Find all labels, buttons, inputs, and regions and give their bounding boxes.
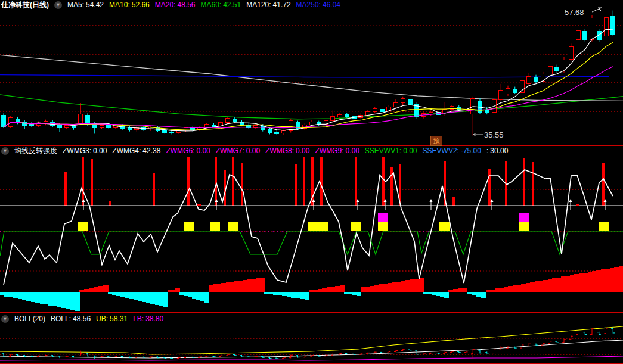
boll-candles xyxy=(2,327,615,359)
ma5-label: MA5: xyxy=(67,1,84,9)
ma5-line xyxy=(4,29,613,131)
ma5-value: 54.42 xyxy=(86,1,104,9)
ma250-value: 46.04 xyxy=(323,1,340,9)
yellow-signal-block xyxy=(318,222,328,231)
ma120-value: 41.72 xyxy=(273,1,291,9)
green-indicator-line xyxy=(0,231,623,256)
ssevwv2-label: SSEVWV2: xyxy=(423,147,459,155)
red-tick xyxy=(576,204,579,206)
zwmg3-label: ZWMG3: xyxy=(63,147,91,155)
indicator-title: 均线反转强度 xyxy=(14,146,57,156)
scale-value: 30.00 xyxy=(490,147,508,155)
yellow-signal-block xyxy=(210,222,220,231)
ma250-line xyxy=(0,75,609,78)
low-price-annotation: 35.55 xyxy=(484,130,504,139)
zwmg7-label: ZWMG7: xyxy=(216,147,244,155)
yellow-signal-block xyxy=(308,222,318,231)
boll-title: BOLL(20) xyxy=(14,315,45,323)
ma10-label: MA10: xyxy=(109,1,130,9)
zwmg4-value: 42.38 xyxy=(142,147,160,155)
zwmg6-label: ZWMG6: xyxy=(166,147,194,155)
ma20-value: 48.56 xyxy=(177,1,195,9)
top-panel-header: 仕净科技(日线) ▼ MA5:54.42 MA10:52.66 MA20:48.… xyxy=(1,1,340,9)
candlestick-chart-panel[interactable]: 57.6835.55 xyxy=(0,0,623,145)
boll-lb-label: LB: xyxy=(133,315,144,323)
magenta-signal-block xyxy=(378,213,388,222)
zwmg8-label: ZWMG8: xyxy=(265,147,294,155)
collapse-chevron-icon[interactable]: ▼ xyxy=(1,147,9,155)
up-arrow-icon xyxy=(491,199,494,202)
yellow-signal-block xyxy=(228,222,238,231)
yellow-signal-block xyxy=(439,222,450,231)
boll-ub-label: UB: xyxy=(96,315,108,323)
up-arrow-icon xyxy=(430,199,433,202)
zwmg4-label: ZWMG4: xyxy=(112,147,141,155)
impulse-bars xyxy=(64,157,605,206)
yellow-signal-block xyxy=(351,222,361,231)
boll-ub-line xyxy=(0,326,623,354)
staircase-bars xyxy=(0,266,623,311)
boll-lb-line xyxy=(0,356,623,360)
ma60-line xyxy=(0,95,623,119)
collapse-chevron-icon[interactable]: ▼ xyxy=(1,315,9,323)
yellow-signal-block xyxy=(378,222,388,231)
zwmg9-label: ZWMG9: xyxy=(315,147,343,155)
yellow-signal-block xyxy=(184,222,194,231)
ma250-label: MA250: xyxy=(296,1,321,9)
boll-lb-value: 38.80 xyxy=(145,315,163,323)
indicator-panel-header: ▼ 均线反转强度 ZWMG3:0.00 ZWMG4:42.38 ZWMG6:0.… xyxy=(1,147,508,155)
scale-label: : xyxy=(486,147,488,155)
ma10-value: 52.66 xyxy=(132,1,150,9)
up-arrow-icon xyxy=(569,199,572,202)
magenta-signal-block xyxy=(519,213,529,222)
forecast-badge[interactable]: 预 xyxy=(430,136,442,146)
yellow-signal-block xyxy=(519,222,529,231)
zwmg3-value: 0.00 xyxy=(93,147,107,155)
ssevwv1-value: 0.00 xyxy=(403,147,417,155)
boll-mid-value: 48.56 xyxy=(73,315,91,323)
high-price-annotation: 57.68 xyxy=(565,8,584,17)
panel-divider[interactable] xyxy=(0,145,623,146)
zwmg9-value: 0.00 xyxy=(345,147,359,155)
ssevwv1-label: SSEVWV1: xyxy=(365,147,401,155)
zwmg6-value: 0.00 xyxy=(196,147,210,155)
boll-ub-value: 58.31 xyxy=(110,315,128,323)
ma120-label: MA120: xyxy=(246,1,271,9)
zwmg7-value: 0.00 xyxy=(246,147,260,155)
candles xyxy=(2,11,615,136)
yellow-signal-block xyxy=(599,222,609,231)
ma20-label: MA20: xyxy=(155,1,176,9)
yellow-signal-block xyxy=(78,222,88,231)
zwmg8-value: 0.00 xyxy=(296,147,309,155)
indicator-chart-panel[interactable] xyxy=(0,145,623,312)
red-tick xyxy=(197,204,201,206)
stock-app-window: 仕净科技(日线) ▼ MA5:54.42 MA10:52.66 MA20:48.… xyxy=(0,0,623,364)
ssevwv2-value: -75.00 xyxy=(461,147,481,155)
panel-divider[interactable] xyxy=(0,312,623,313)
boll-panel-header: ▼ BOLL(20) BOLL:48.56 UB:58.31 LB:38.80 xyxy=(1,315,163,323)
page-title: 仕净科技(日线) xyxy=(1,0,49,10)
ma60-value: 42.51 xyxy=(223,1,241,9)
boll-mid-label: BOLL: xyxy=(51,315,71,323)
ma60-label: MA60: xyxy=(200,1,221,9)
collapse-chevron-icon[interactable]: ▼ xyxy=(54,1,62,9)
